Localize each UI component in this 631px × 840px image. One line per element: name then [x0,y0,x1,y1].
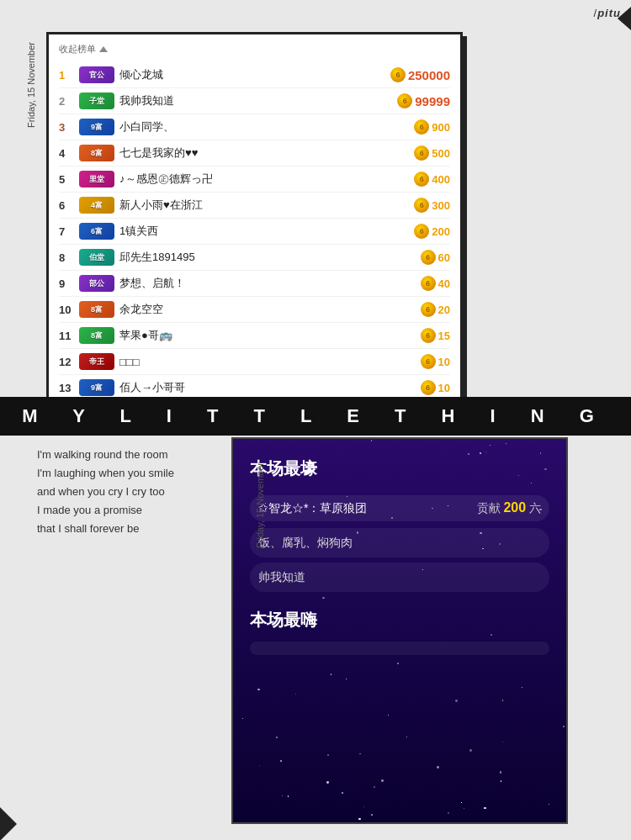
player-name: 七七是我家的♥♥ [119,145,414,161]
deco-triangle-left [0,807,17,840]
rank-badge: 4富 [79,197,114,214]
score-value: 200 [503,500,526,515]
rank-badge: 子堂 [79,92,114,109]
coin-icon: 6 [414,172,429,187]
score-display: 660 [421,250,450,265]
score-value: 10 [438,356,450,368]
score-display: 620 [421,302,450,317]
player-name: ♪～感恩㊣德辉っ卍 [119,172,414,187]
coin-icon: 6 [421,302,436,317]
score-value: 99999 [415,94,450,108]
coin-icon: 6 [414,224,429,239]
score-display: 6250000 [390,67,450,82]
leaderboard-header: 收起榜单 [59,43,450,55]
rank-number: 12 [59,356,79,368]
lyric-line: and when you cry I cry too [37,483,222,501]
coin-icon: 6 [421,250,436,265]
score-unit: 六 [529,501,541,515]
bottom-card-sidebar-label: Friday, 15 November [254,462,273,548]
coin-icon: 6 [421,328,436,343]
lyrics-lines: I'm walking round the roomI'm laughing w… [37,446,222,538]
leaderboard-row: 108富余龙空空620 [59,297,450,323]
coin-icon: 6 [397,93,412,108]
leaderboard-rows: 1官公倾心龙城62500002子堂我帅我知道69999939富小白同学、6900… [59,62,450,400]
coin-icon: 6 [414,145,429,161]
score-value: 40 [438,277,450,290]
rank-number: 3 [59,121,79,134]
rank-badge: 6富 [79,223,114,240]
player-name: 新人小雨♥在浙江 [119,198,414,213]
player-name: 佰人→小哥哥 [119,380,421,395]
lyric-line: that I shall forever be [37,520,222,538]
coin-icon: 6 [390,67,406,82]
leaderboard-row: 2子堂我帅我知道699999 [59,88,450,114]
score-value: 300 [432,199,450,212]
mlt-banner: M Y L I T T L E T H I N G [0,397,631,436]
leaderboard-row: 76富1镇关西6200 [59,219,450,245]
player-name: 小白同学、 [119,119,414,135]
rank-badge: 官公 [79,66,114,83]
score-value: 500 [432,147,450,160]
leaderboard-row: 118富苹果●哥🚌615 [59,323,450,349]
leaderboard-row: 9部公梦想、启航！640 [59,271,450,297]
section2-title: 本场最嗨 [250,609,549,631]
rank-badge: 8富 [79,145,114,161]
score-value: 900 [432,121,450,134]
score-value: 10 [438,382,450,394]
score-display: 6300 [414,198,450,213]
score-value: 60 [438,251,450,264]
bottom-row [250,642,549,655]
rank-badge: 8富 [79,327,114,344]
leaderboard-row: 1官公倾心龙城6250000 [59,62,450,88]
lyrics-area: I'm walking round the roomI'm laughing w… [37,446,222,538]
rank-number: 5 [59,173,79,186]
player-name: 余龙空空 [119,302,421,317]
leaderboard-row: 64富新人小雨♥在浙江6300 [59,193,450,219]
rank-badge: 里堂 [79,171,114,188]
score-value: 20 [438,304,450,316]
rank-number: 6 [59,199,79,212]
score-display: 6500 [414,145,450,161]
champion-score: 贡献 200 六 [477,500,541,516]
rank-badge: 帝王 [79,353,114,370]
coin-icon: 6 [421,380,436,395]
player-name: 邱先生1891495 [119,250,421,265]
rank-badge: 8富 [79,301,114,318]
rank-number: 7 [59,225,79,238]
other-participant-name: 帅我知道 [258,570,305,584]
rank-badge: 部公 [79,275,114,292]
lyric-line: I made you a promise [37,501,222,520]
top-leaderboard-card: 收起榜单 1官公倾心龙城62500002子堂我帅我知道69999939富小白同学… [46,32,463,413]
mlt-text: M Y L I T T L E T H I N G [22,405,609,427]
player-name: □□□ [119,356,421,368]
rank-badge: 伯堂 [79,249,114,266]
coin-icon: 6 [414,198,429,213]
coin-icon: 6 [421,354,436,369]
lyric-line: I'm walking round the room [37,446,222,464]
rank-number: 4 [59,147,79,160]
score-value: 15 [438,330,450,342]
rank-badge: 9富 [79,119,114,135]
leaderboard-row: 8伯堂邱先生1891495660 [59,245,450,271]
leaderboard-row: 39富小白同学、6900 [59,114,450,140]
player-name: 我帅我知道 [119,93,397,108]
score-display: 615 [421,328,450,343]
leaderboard-row: 48富七七是我家的♥♥6500 [59,140,450,166]
player-name: 1镇关西 [119,224,414,239]
app-logo: pitu [594,7,621,19]
rank-number: 1 [59,69,79,82]
score-display: 6400 [414,172,450,187]
score-display: 6200 [414,224,450,239]
rank-number: 8 [59,251,79,264]
lyric-line: I'm laughing when you smile [37,464,222,483]
rank-number: 2 [59,95,79,108]
bottom-card-content: 本场最壕 ✩智龙☆*：草原狼团 贡献 200 六 饭、腐乳、焖狗肉帅我知道 本场… [233,439,566,663]
bottom-card: 本场最壕 ✩智龙☆*：草原狼团 贡献 200 六 饭、腐乳、焖狗肉帅我知道 本场… [231,437,568,824]
rank-number: 10 [59,304,79,316]
other-rows: 饭、腐乳、焖狗肉帅我知道 [250,528,549,592]
collapse-caret-icon[interactable] [99,46,108,52]
player-name: 苹果●哥🚌 [119,328,421,343]
coin-icon: 6 [421,276,436,291]
top-card-sidebar-label: Friday, 15 November [25,42,44,128]
score-display: 610 [421,354,450,369]
